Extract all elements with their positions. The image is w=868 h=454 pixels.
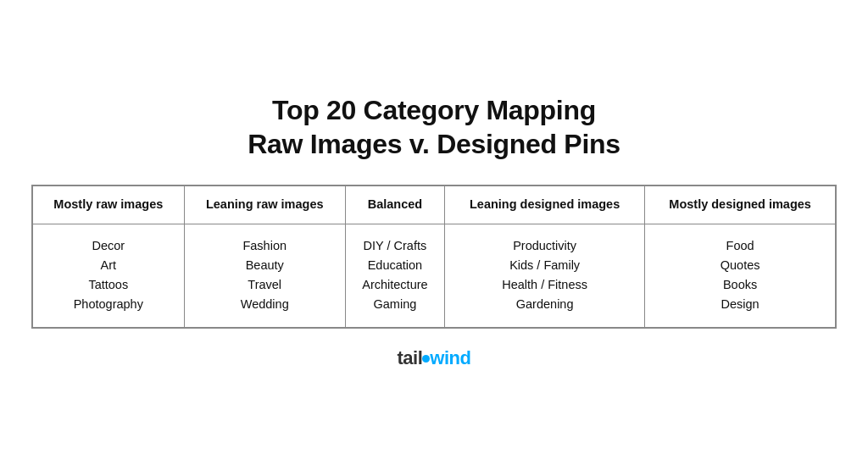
cell-mostly-designed: FoodQuotesBooksDesign	[645, 224, 836, 327]
page-title: Top 20 Category Mapping Raw Images v. De…	[248, 93, 620, 161]
title-line2: Raw Images v. Designed Pins	[248, 129, 620, 159]
col-header-mostly-raw: Mostly raw images	[33, 186, 185, 224]
brand-dot	[422, 355, 430, 363]
table-header-row: Mostly raw images Leaning raw images Bal…	[33, 186, 836, 224]
brand-logo: tailwind	[398, 347, 471, 369]
category-table: Mostly raw images Leaning raw images Bal…	[32, 185, 836, 327]
footer: tailwind	[398, 347, 471, 369]
col-header-leaning-raw: Leaning raw images	[184, 186, 345, 224]
cell-mostly-raw: DecorArtTattoosPhotography	[33, 224, 185, 327]
table-row: DecorArtTattoosPhotography FashionBeauty…	[33, 224, 836, 327]
main-container: Top 20 Category Mapping Raw Images v. De…	[0, 76, 868, 377]
category-table-wrapper: Mostly raw images Leaning raw images Bal…	[31, 185, 837, 328]
cell-leaning-designed: ProductivityKids / FamilyHealth / Fitnes…	[445, 224, 645, 327]
cell-balanced: DIY / CraftsEducationArchitectureGaming	[345, 224, 444, 327]
brand-tail: tail	[398, 347, 423, 368]
col-header-balanced: Balanced	[345, 186, 444, 224]
col-header-leaning-designed: Leaning designed images	[445, 186, 645, 224]
cell-leaning-raw: FashionBeautyTravelWedding	[184, 224, 345, 327]
title-line1: Top 20 Category Mapping	[272, 95, 596, 125]
brand-wind: wind	[430, 347, 470, 368]
col-header-mostly-designed: Mostly designed images	[645, 186, 836, 224]
